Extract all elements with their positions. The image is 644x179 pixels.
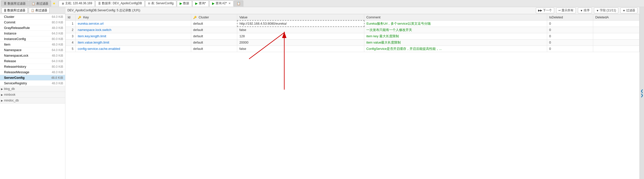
sidebar-item-releasemessage-name: ReleaseMessage [4,70,48,74]
cell-key-3[interactable]: item.key.length.limit [76,33,191,39]
cell-cluster-4[interactable]: default [191,39,237,46]
sidebar-item-releasehistory-name: ReleaseHistory [4,65,48,68]
sidebar-item-cluster[interactable]: Cluster 64.0 KiB [0,14,65,20]
sidebar-item-serverconfig[interactable]: ServerConfig 48.0 KiB [0,75,65,81]
tab-db[interactable]: 🗄 数据库: DEV_ApolloConfigDB [95,1,145,7]
cell-value-1[interactable]: http://192.168.4.53:8080/eureka/ [237,20,364,27]
table-row[interactable]: 3item.key.length.limitdefault128item key… [66,33,639,39]
cell-isdeleted-1[interactable]: 0 [547,20,593,27]
table-filter-btn[interactable]: 📋 表过滤器 [29,8,50,13]
cell-key-2[interactable]: namespace.lock.switch [76,27,191,33]
cell-comment-1[interactable]: Eureka服务Url，多个service以英文逗号分隔 [364,20,547,27]
table-row[interactable]: 1eureka.service.urldefaulthttp://192.168… [66,20,639,27]
query2-close[interactable]: ✕ [228,2,231,5]
col-comment-label: Comment [366,15,380,19]
cell-cluster-1[interactable]: default [191,20,237,27]
sidebar-item-namespacelock[interactable]: NamespaceLock 48.0 KiB [0,53,65,58]
show-all-btn[interactable]: ↩ 显示所有 [556,8,576,13]
star-icon[interactable]: ★ [53,2,56,5]
sidebar-group-minbook[interactable]: ▶ minbook [0,92,65,98]
sidebar-item-instanceconfig[interactable]: InstanceConfig 80.0 KiB [0,36,65,42]
sidebar-item-serviceregistry-name: ServiceRegistry [4,81,48,85]
table-row[interactable]: 4item.value.length.limitdefault20000item… [66,39,639,46]
cell-key-1[interactable]: eureka.service.url [76,20,191,27]
cell-cluster-5[interactable]: default [191,46,237,52]
col-header-deleteda[interactable]: DeletedA [593,14,639,21]
cell-comment-2[interactable]: 一次发布只能有一个人修改开关 [364,27,547,33]
col-isdeleted-label: IsDeleted [549,15,563,19]
info-bar-actions: ▶▶ 下一个 ↩ 显示所有 ▼ 排序 ▼ 字段 (11/11) ▼ 过滤器 [536,8,637,13]
collapse-arrow-icon2: ❯ [640,93,643,97]
db-label: 数据库: DEV_ApolloConfigDB [102,1,142,6]
sidebar-item-commit[interactable]: Commit 80.0 KiB [0,20,65,25]
table-row[interactable]: 5config-service.cache.enableddefaultfals… [66,46,639,52]
info-bar: DEV_ApolloConfigDB.ServerConfig: 5 总记录数 … [65,7,639,14]
col-header-id[interactable]: Id [66,14,76,21]
sidebar-item-release[interactable]: Release 64.0 KiB [0,58,65,64]
filter-btn[interactable]: ▼ 过滤器 [620,8,637,13]
info-bar-text: DEV_ApolloConfigDB.ServerConfig: 5 总记录数 … [67,8,536,13]
cell-isdeleted-3[interactable]: 0 [547,33,593,39]
sidebar-item-item-name: Item [4,43,48,46]
group-minbook-label: minbook [4,93,15,96]
cell-cluster-2[interactable]: default [191,27,237,33]
cell-id-3: 3 [66,33,76,39]
db-filter-btn[interactable]: 🗄 数据库过滤器 [2,8,28,13]
cell-isdeleted-4[interactable]: 0 [547,39,593,46]
cell-comment-4[interactable]: item value最大长度限制 [364,39,547,46]
sidebar-item-commit-name: Commit [4,20,48,24]
cell-key-4[interactable]: item.value.length.limit [76,39,191,46]
cell-value-3[interactable]: 128 [237,33,364,39]
cell-cluster-3[interactable]: default [191,33,237,39]
tab-table[interactable]: ⊞ 表: ServerConfig [145,1,176,7]
sidebar-item-item[interactable]: Item 48.0 KiB [0,42,65,47]
sidebar-group-blogdb[interactable]: ▶ blog_db [0,86,65,92]
tab-query2[interactable]: ▶ 查询 #2* ✕ [209,1,233,7]
tab-host[interactable]: 🖥 主机: 120.48.36.169 [59,1,95,7]
sidebar-item-instanceconfig-name: InstanceConfig [4,37,48,41]
cell-deleteda-3[interactable] [593,33,639,39]
tab-table-filter[interactable]: 📋 表过滤器 [29,1,51,7]
sidebar-item-instance[interactable]: Instance 64.0 KiB [0,31,65,36]
tab-query[interactable]: ▶ 查询* [192,1,209,7]
sidebar-item-namespace[interactable]: Namespace 64.0 KiB [0,47,65,53]
tab-bar: 🗄 数据库过滤器 📋 表过滤器 ★ 🖥 主机: 120.48.36.169 🗄 … [0,0,644,7]
cell-deleteda-1[interactable] [593,20,639,27]
cell-deleteda-5[interactable] [593,46,639,52]
sidebar-item-releasemessage[interactable]: ReleaseMessage 48.0 KiB [0,69,65,75]
cell-deleteda-2[interactable] [593,27,639,33]
db-filter-btn-label: 数据库过滤器 [7,8,25,13]
right-collapse-panel[interactable]: ❮ ❯ [639,7,644,179]
col-id-label: Id [68,15,70,19]
cell-value-4[interactable]: 20000 [237,39,364,46]
cell-key-5[interactable]: config-service.cache.enabled [76,46,191,52]
next-btn[interactable]: ▶▶ 下一个 [536,8,554,13]
query-label: 查询* [199,1,206,6]
tab-data[interactable]: ▶ 数据 [177,1,192,7]
table-filter-icon: 📋 [32,2,35,5]
col-header-comment[interactable]: Comment [364,14,547,21]
host-icon: 🖥 [61,2,64,5]
cell-value-2[interactable]: false [237,27,364,33]
col-header-isdeleted[interactable]: IsDeleted [547,14,593,21]
sidebar-item-serviceregistry[interactable]: ServiceRegistry 48.0 KiB [0,81,65,86]
tab-db-filter[interactable]: 🗄 数据库过滤器 [1,1,28,7]
query2-play-icon: ▶ [212,2,215,5]
cell-value-5[interactable]: false [237,46,364,52]
sidebar-item-releasehistory[interactable]: ReleaseHistory 80.0 KiB [0,64,65,69]
cell-comment-3[interactable]: item key 最大长度限制 [364,33,547,39]
sidebar-group-mindocdb[interactable]: ▶ mindoc_db [0,98,65,103]
col-header-key[interactable]: 🔑 Key [76,14,191,21]
cell-isdeleted-5[interactable]: 0 [547,46,593,52]
col-header-cluster[interactable]: 🔑 Cluster [191,14,237,21]
sort-btn[interactable]: ▼ 排序 [578,8,592,13]
cell-comment-5[interactable]: ConfigService是否开启缓存，开启后能提高性能，... [364,46,547,52]
sidebar-item-grayreleaserule[interactable]: GrayReleaseRule 48.0 KiB [0,25,65,31]
fields-btn[interactable]: ▼ 字段 (11/11) [594,8,618,13]
cell-deleteda-4[interactable] [593,39,639,46]
tab-copy[interactable]: 📋 [234,1,243,7]
sidebar-item-releasehistory-size: 80.0 KiB [48,65,63,68]
col-header-value[interactable]: Value [237,14,364,21]
table-row[interactable]: 2namespace.lock.switchdefaultfalse一次发布只能… [66,27,639,33]
cell-isdeleted-2[interactable]: 0 [547,27,593,33]
